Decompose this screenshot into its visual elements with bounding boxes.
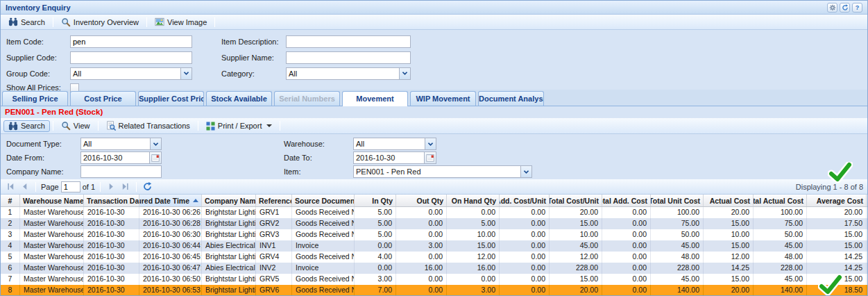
table-cell: Brightstar Lighting [202,285,256,296]
next-page-button[interactable] [105,181,117,192]
table-cell: GRV3 [256,229,292,240]
column-header-label: Out Qty [417,197,444,205]
table-row[interactable]: 2Master Warehouse2016-10-302016-10-30 06… [1,218,867,229]
inventory-overview-label: Inventory Overview [74,18,139,26]
supplier-name-input[interactable] [286,51,411,64]
window-title: Inventory Enquiry [6,3,71,12]
magnifier-icon [61,121,71,131]
table-row[interactable]: 4Master Warehouse2016-10-302016-10-30 06… [1,240,867,252]
print-export-button[interactable]: Print / Export [201,120,278,132]
company-name-input[interactable] [80,165,162,178]
column-header-add-cost-unit[interactable]: Add. Cost/Unit [500,195,550,206]
column-header-total-actual-cost[interactable]: Total Actual Cost [754,195,807,206]
tab-document-analysis[interactable]: Document Analysis [478,91,544,106]
column-header-warehouse-name[interactable]: Warehouse Name [20,195,84,206]
column-header-out-qty[interactable]: Out Qty [396,195,447,206]
table-cell: GRV4 [256,252,292,263]
table-row[interactable]: 3Master Warehouse2016-10-302016-10-30 06… [1,229,867,240]
view-image-button[interactable]: View Image [150,16,212,28]
table-cell: 0.00 [396,229,447,240]
gear-icon-glyph [829,4,836,11]
tab-supplier-cost-price[interactable]: Supplier Cost Price [138,91,204,106]
last-page-button[interactable] [119,181,131,192]
table-cell: 2016-10-30 06:53:46 [139,285,202,296]
table-row[interactable]: 6Master Warehouse2016-10-302016-10-30 06… [1,263,867,274]
tab-selling-price[interactable]: Selling Price [2,91,68,106]
calendar-icon[interactable] [424,152,436,163]
tab-stock-available[interactable]: Stock Available [206,91,272,106]
chevron-down-icon[interactable] [180,68,192,79]
table-row[interactable]: 7Master Warehouse2016-10-302016-10-30 06… [1,274,867,285]
page-number-input[interactable] [61,181,80,192]
help-icon[interactable]: ? [852,3,862,13]
column-header-label: Source Document [295,197,355,205]
search-button-label: Search [21,18,45,26]
view-button[interactable]: View [56,120,95,132]
item-description-input[interactable] [286,35,411,48]
column-header-total-unit-cost[interactable]: Total Unit Cost [651,195,704,206]
toolbar-separator [280,121,280,131]
column-header-[interactable]: # [1,195,20,206]
column-header-source-document[interactable]: Source Document [292,195,355,206]
chevron-down-icon[interactable] [399,68,410,79]
gear-icon[interactable] [827,3,837,13]
table-cell: Invoice [292,240,355,252]
item-code-input[interactable] [70,35,192,48]
column-header-transaction-date[interactable]: Transaction Date [84,195,139,206]
table-row[interactable]: 5Master Warehouse2016-10-302016-10-30 06… [1,252,867,263]
table-row[interactable]: 8Master Warehouse2016-10-302016-10-30 06… [1,285,867,296]
column-header-label: Average Cost [817,197,863,205]
column-header-in-qty[interactable]: In Qty [355,195,396,206]
column-header-reference[interactable]: Reference [256,195,292,206]
inventory-overview-button[interactable]: Inventory Overview [56,16,144,28]
table-cell: 20.00 [550,285,602,296]
refresh-grid-button[interactable] [142,181,153,192]
table-cell: Brightstar Lighting [202,218,256,229]
table-cell: 2016-10-30 06:28:36 [139,218,202,229]
supplier-code-input[interactable] [70,51,192,64]
table-cell: Abies Electrical [202,240,256,252]
table-cell: 12.00 [550,252,602,263]
chevron-down-icon[interactable] [520,166,531,177]
table-cell: 0.00 [396,274,447,285]
chevron-down-icon[interactable] [150,138,161,149]
column-header-on-hand-qty[interactable]: On Hand Qty [447,195,500,206]
search-button[interactable]: Search [3,16,50,28]
table-cell: Goods Received Note [292,252,355,263]
table-row[interactable]: 1Master Warehouse2016-10-302016-10-30 06… [1,207,867,218]
toolbar-separator [146,17,147,27]
column-header-total-cost-unit[interactable]: Total Cost/Unit [550,195,602,206]
table-cell: 0.00 [355,263,396,274]
date-from-value: 2016-10-30 [81,152,149,163]
column-header-label: Total Actual Cost [754,197,803,205]
category-value: All [287,68,399,79]
table-cell: 45.00 [651,274,704,285]
column-header-actual-cost[interactable]: Actual Cost [704,195,754,206]
column-header-company-name[interactable]: Company Name [202,195,256,206]
document-type-select[interactable]: All [80,138,162,150]
group-code-select[interactable]: All [70,67,192,80]
tab-cost-price[interactable]: Cost Price [70,91,136,106]
movement-search-button[interactable]: Search [3,120,50,132]
calendar-icon[interactable] [149,152,161,163]
category-select[interactable]: All [286,67,411,80]
related-transactions-button[interactable]: Related Transactions [101,120,195,132]
previous-page-button[interactable] [19,181,31,192]
chevron-down-icon[interactable] [425,138,436,149]
column-header-captured-date-time[interactable]: Captured Date Time [139,195,202,206]
warehouse-select[interactable]: All [353,138,436,150]
item-select[interactable]: PEN001 - Pen Red [353,165,532,178]
date-from-field[interactable]: 2016-10-30 [80,151,162,164]
table-cell: 2016-10-30 06:45:45 [139,252,202,263]
table-cell: 0.00 [602,240,651,252]
date-to-field[interactable]: 2016-10-30 [353,151,436,164]
help-glyph: ? [856,4,860,11]
tab-wip-movement[interactable]: WIP Movement [410,91,476,106]
tab-movement[interactable]: Movement [342,91,408,106]
column-header-total-add-cost[interactable]: Total Add. Cost [602,195,651,206]
refresh-icon[interactable] [840,3,850,13]
table-cell: 15.00 [704,240,754,252]
column-header-average-cost[interactable]: Average Cost [807,195,867,206]
table-cell: Master Warehouse [20,285,84,296]
first-page-button[interactable] [5,181,17,192]
